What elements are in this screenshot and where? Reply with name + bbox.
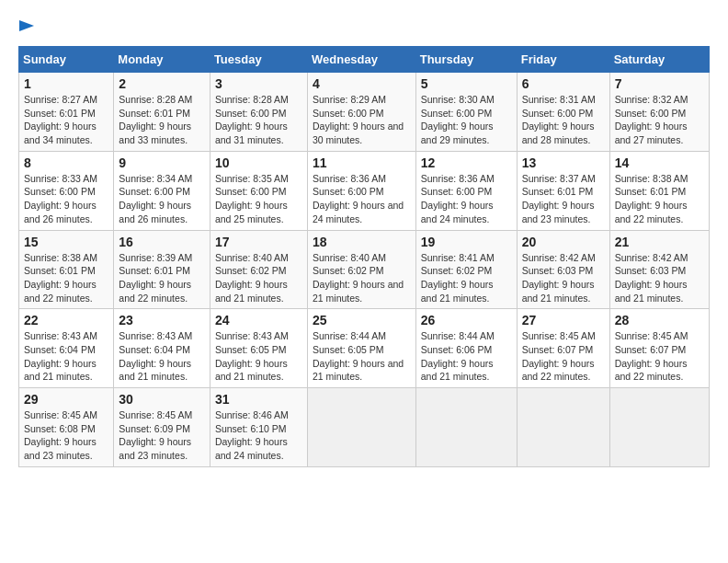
calendar-table: SundayMondayTuesdayWednesdayThursdayFrid… [18, 46, 710, 467]
calendar-day-cell [517, 388, 609, 467]
day-number: 10 [215, 155, 302, 170]
day-detail: Sunrise: 8:28 AMSunset: 6:01 PMDaylight:… [119, 93, 205, 147]
day-detail: Sunrise: 8:27 AMSunset: 6:01 PMDaylight:… [24, 93, 108, 147]
calendar-day-cell: 7Sunrise: 8:32 AMSunset: 6:00 PMDaylight… [609, 73, 709, 152]
day-number: 22 [24, 313, 108, 327]
day-detail: Sunrise: 8:45 AMSunset: 6:09 PMDaylight:… [119, 408, 205, 463]
day-detail: Sunrise: 8:30 AMSunset: 6:00 PMDaylight:… [421, 93, 512, 147]
weekday-header: Saturday [609, 47, 709, 73]
calendar-day-cell: 23Sunrise: 8:43 AMSunset: 6:04 PMDayligh… [114, 309, 210, 388]
day-detail: Sunrise: 8:41 AMSunset: 6:02 PMDaylight:… [421, 251, 512, 305]
day-detail: Sunrise: 8:45 AMSunset: 6:07 PMDaylight:… [522, 329, 605, 384]
calendar-header-row: SundayMondayTuesdayWednesdayThursdayFrid… [19, 47, 710, 73]
day-number: 3 [215, 76, 302, 91]
calendar-day-cell: 1Sunrise: 8:27 AMSunset: 6:01 PMDaylight… [19, 73, 114, 152]
day-detail: Sunrise: 8:42 AMSunset: 6:03 PMDaylight:… [522, 251, 605, 305]
day-detail: Sunrise: 8:43 AMSunset: 6:05 PMDaylight:… [215, 329, 302, 384]
calendar-day-cell: 5Sunrise: 8:30 AMSunset: 6:00 PMDaylight… [415, 73, 517, 152]
day-number: 13 [522, 155, 605, 170]
weekday-header: Sunday [19, 47, 114, 73]
weekday-header: Thursday [415, 47, 517, 73]
calendar-day-cell: 15Sunrise: 8:38 AMSunset: 6:01 PMDayligh… [19, 230, 114, 309]
calendar-week-row: 8Sunrise: 8:33 AMSunset: 6:00 PMDaylight… [19, 151, 710, 230]
calendar-day-cell [415, 388, 517, 467]
weekday-header: Wednesday [307, 47, 415, 73]
calendar-day-cell: 10Sunrise: 8:35 AMSunset: 6:00 PMDayligh… [210, 151, 307, 230]
day-number: 16 [119, 235, 205, 249]
day-number: 19 [421, 235, 512, 249]
day-number: 21 [615, 235, 704, 249]
calendar-week-row: 29Sunrise: 8:45 AMSunset: 6:08 PMDayligh… [19, 388, 710, 467]
day-number: 1 [24, 76, 108, 91]
day-detail: Sunrise: 8:36 AMSunset: 6:00 PMDaylight:… [421, 172, 512, 226]
day-number: 25 [313, 313, 411, 327]
calendar-day-cell: 4Sunrise: 8:29 AMSunset: 6:00 PMDaylight… [307, 73, 415, 152]
day-detail: Sunrise: 8:33 AMSunset: 6:00 PMDaylight:… [24, 172, 108, 226]
calendar-day-cell: 22Sunrise: 8:43 AMSunset: 6:04 PMDayligh… [19, 309, 114, 388]
day-detail: Sunrise: 8:38 AMSunset: 6:01 PMDaylight:… [615, 172, 704, 226]
day-detail: Sunrise: 8:42 AMSunset: 6:03 PMDaylight:… [615, 251, 704, 305]
day-number: 18 [313, 235, 411, 249]
calendar-day-cell: 11Sunrise: 8:36 AMSunset: 6:00 PMDayligh… [307, 151, 415, 230]
day-number: 4 [313, 76, 411, 91]
calendar-day-cell: 17Sunrise: 8:40 AMSunset: 6:02 PMDayligh… [210, 230, 307, 309]
day-detail: Sunrise: 8:43 AMSunset: 6:04 PMDaylight:… [119, 329, 205, 384]
day-number: 27 [522, 313, 605, 327]
calendar-day-cell [609, 388, 709, 467]
calendar-day-cell: 16Sunrise: 8:39 AMSunset: 6:01 PMDayligh… [114, 230, 210, 309]
day-detail: Sunrise: 8:36 AMSunset: 6:00 PMDaylight:… [313, 172, 411, 226]
calendar-day-cell: 28Sunrise: 8:45 AMSunset: 6:07 PMDayligh… [609, 309, 709, 388]
day-detail: Sunrise: 8:44 AMSunset: 6:06 PMDaylight:… [421, 329, 512, 384]
day-detail: Sunrise: 8:32 AMSunset: 6:00 PMDaylight:… [615, 93, 704, 147]
day-number: 31 [215, 392, 302, 407]
logo [18, 18, 34, 37]
calendar-week-row: 22Sunrise: 8:43 AMSunset: 6:04 PMDayligh… [19, 309, 710, 388]
day-number: 28 [615, 313, 704, 327]
day-number: 8 [24, 155, 108, 170]
calendar-day-cell: 9Sunrise: 8:34 AMSunset: 6:00 PMDaylight… [114, 151, 210, 230]
day-detail: Sunrise: 8:45 AMSunset: 6:07 PMDaylight:… [615, 329, 704, 384]
calendar-day-cell: 29Sunrise: 8:45 AMSunset: 6:08 PMDayligh… [19, 388, 114, 467]
day-detail: Sunrise: 8:39 AMSunset: 6:01 PMDaylight:… [119, 251, 205, 305]
calendar-day-cell: 26Sunrise: 8:44 AMSunset: 6:06 PMDayligh… [415, 309, 517, 388]
calendar-day-cell [307, 388, 415, 467]
calendar-day-cell: 19Sunrise: 8:41 AMSunset: 6:02 PMDayligh… [415, 230, 517, 309]
day-number: 23 [119, 313, 205, 327]
calendar-day-cell: 13Sunrise: 8:37 AMSunset: 6:01 PMDayligh… [517, 151, 609, 230]
calendar-day-cell: 3Sunrise: 8:28 AMSunset: 6:00 PMDaylight… [210, 73, 307, 152]
calendar-day-cell: 31Sunrise: 8:46 AMSunset: 6:10 PMDayligh… [210, 388, 307, 467]
day-number: 6 [522, 76, 605, 91]
logo-arrow-icon [19, 18, 34, 33]
calendar-day-cell: 25Sunrise: 8:44 AMSunset: 6:05 PMDayligh… [307, 309, 415, 388]
day-detail: Sunrise: 8:34 AMSunset: 6:00 PMDaylight:… [119, 172, 205, 226]
calendar-day-cell: 27Sunrise: 8:45 AMSunset: 6:07 PMDayligh… [517, 309, 609, 388]
day-number: 20 [522, 235, 605, 249]
calendar-day-cell: 24Sunrise: 8:43 AMSunset: 6:05 PMDayligh… [210, 309, 307, 388]
weekday-header: Tuesday [210, 47, 307, 73]
weekday-header: Monday [114, 47, 210, 73]
calendar-day-cell: 20Sunrise: 8:42 AMSunset: 6:03 PMDayligh… [517, 230, 609, 309]
calendar-day-cell: 21Sunrise: 8:42 AMSunset: 6:03 PMDayligh… [609, 230, 709, 309]
calendar-week-row: 15Sunrise: 8:38 AMSunset: 6:01 PMDayligh… [19, 230, 710, 309]
calendar-day-cell: 12Sunrise: 8:36 AMSunset: 6:00 PMDayligh… [415, 151, 517, 230]
calendar-day-cell: 18Sunrise: 8:40 AMSunset: 6:02 PMDayligh… [307, 230, 415, 309]
page-header [18, 18, 710, 37]
day-detail: Sunrise: 8:29 AMSunset: 6:00 PMDaylight:… [313, 93, 411, 147]
day-detail: Sunrise: 8:35 AMSunset: 6:00 PMDaylight:… [215, 172, 302, 226]
day-number: 14 [615, 155, 704, 170]
day-number: 24 [215, 313, 302, 327]
day-number: 30 [119, 392, 205, 407]
day-number: 15 [24, 235, 108, 249]
calendar-day-cell: 30Sunrise: 8:45 AMSunset: 6:09 PMDayligh… [114, 388, 210, 467]
calendar-day-cell: 14Sunrise: 8:38 AMSunset: 6:01 PMDayligh… [609, 151, 709, 230]
day-detail: Sunrise: 8:46 AMSunset: 6:10 PMDaylight:… [215, 408, 302, 463]
day-detail: Sunrise: 8:37 AMSunset: 6:01 PMDaylight:… [522, 172, 605, 226]
day-number: 26 [421, 313, 512, 327]
day-detail: Sunrise: 8:28 AMSunset: 6:00 PMDaylight:… [215, 93, 302, 147]
day-number: 17 [215, 235, 302, 249]
day-number: 7 [615, 76, 704, 91]
calendar-day-cell: 6Sunrise: 8:31 AMSunset: 6:00 PMDaylight… [517, 73, 609, 152]
day-detail: Sunrise: 8:38 AMSunset: 6:01 PMDaylight:… [24, 251, 108, 305]
day-number: 2 [119, 76, 205, 91]
day-number: 29 [24, 392, 108, 407]
